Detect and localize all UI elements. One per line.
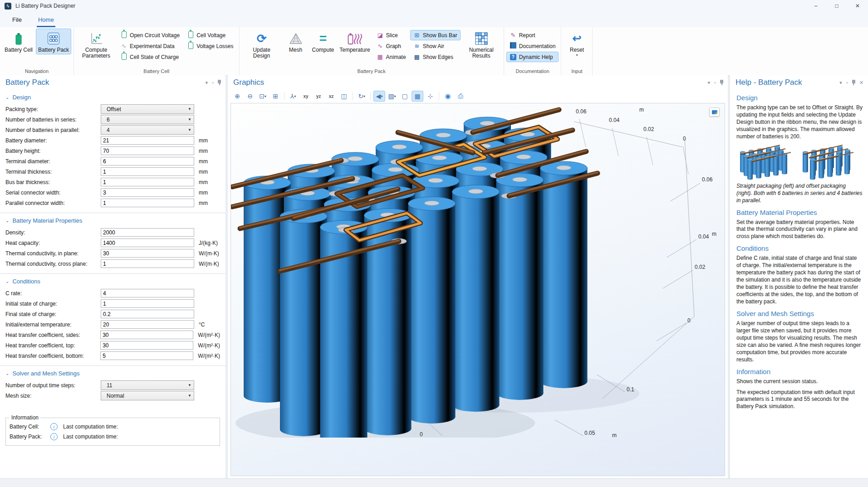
input-battery-diameter[interactable] bbox=[101, 136, 194, 145]
field-label: Initial/external temperature: bbox=[5, 321, 101, 328]
compute-parameters-button[interactable]: Compute Parameters bbox=[76, 29, 116, 60]
input-terminal-diameter[interactable] bbox=[101, 157, 194, 166]
zoom-out-button[interactable]: ⊖ bbox=[244, 91, 256, 102]
input-parallel-connector-width[interactable] bbox=[101, 199, 194, 207]
float-panel-icon[interactable]: ▫ bbox=[846, 80, 848, 85]
dropdown-number-of-batteries-in-parallel[interactable]: 4▼ bbox=[101, 125, 194, 135]
section-header-conditions[interactable]: ⌄Conditions bbox=[5, 278, 220, 285]
field-label: Mesh size: bbox=[5, 393, 101, 399]
dropdown-number-of-batteries-in-series[interactable]: 6▼ bbox=[101, 115, 194, 124]
battery-cell-button[interactable]: Battery Cell bbox=[2, 29, 35, 54]
tab-home[interactable]: Home bbox=[37, 16, 55, 27]
show-air-toggle[interactable]: ≋ Show Air bbox=[410, 41, 461, 51]
documentation-button[interactable]: Documentation bbox=[506, 41, 559, 51]
panel-menu-icon[interactable]: ▾ bbox=[708, 80, 711, 85]
input-thermal-conductivity-cross-plane[interactable] bbox=[101, 259, 194, 268]
report-button[interactable]: ✎ Report bbox=[506, 30, 559, 40]
section-title: Conditions bbox=[12, 278, 40, 285]
voltage-losses-button[interactable]: Voltage Losses bbox=[184, 41, 236, 51]
input-bus-bar-thickness[interactable] bbox=[101, 178, 194, 186]
mesh-button[interactable]: Mesh bbox=[283, 29, 309, 54]
setting-row: Mesh size:Normal▼ bbox=[5, 390, 220, 401]
pin-icon[interactable] bbox=[852, 80, 855, 83]
input-final-state-of-charge[interactable] bbox=[101, 310, 194, 318]
perspective-button[interactable]: ◫ bbox=[338, 91, 350, 102]
temperature-button[interactable]: Temperature bbox=[337, 29, 372, 54]
help-panel-title: Help - Battery Pack bbox=[736, 78, 839, 87]
input-initial-state-of-charge[interactable] bbox=[101, 299, 194, 308]
section-header-solver-and-mesh-settings[interactable]: ⌄Solver and Mesh Settings bbox=[5, 370, 220, 377]
input-serial-connector-width[interactable] bbox=[101, 188, 194, 197]
input-heat-transfer-coefficient-bottom[interactable] bbox=[100, 351, 193, 360]
svg-text:0.06: 0.06 bbox=[702, 176, 713, 183]
svg-text:0.1: 0.1 bbox=[627, 386, 634, 393]
numerical-results-button[interactable]: Numerical Results bbox=[461, 29, 501, 60]
view-xy-button[interactable]: xy bbox=[300, 91, 312, 102]
maximize-button[interactable]: □ bbox=[826, 0, 847, 12]
input-c-rate[interactable] bbox=[101, 289, 194, 297]
experimental-data-button[interactable]: ∿ Experimental Data bbox=[117, 41, 183, 51]
compute-button[interactable]: = Compute bbox=[310, 29, 337, 54]
print-button[interactable]: ⎙ bbox=[455, 91, 466, 102]
pin-icon[interactable] bbox=[218, 80, 221, 83]
slice-button[interactable]: ◪ Slice bbox=[373, 30, 409, 40]
input-terminal-thickness[interactable] bbox=[101, 167, 194, 176]
update-design-button[interactable]: ⟳ Update Design bbox=[242, 29, 282, 60]
reset-button[interactable]: ↩ Reset ▾ bbox=[564, 29, 590, 58]
cell-state-of-charge-button[interactable]: Cell State of Charge bbox=[117, 52, 183, 62]
image-snapshot-button[interactable]: ◉ bbox=[442, 91, 454, 102]
tab-file[interactable]: File bbox=[11, 16, 23, 27]
rotate-button[interactable]: ↻▾ bbox=[356, 91, 368, 102]
setting-row: Battery height:mm bbox=[5, 146, 220, 156]
battery-pack-button[interactable]: Battery Pack bbox=[36, 29, 71, 54]
input-heat-transfer-coefficient-sides[interactable] bbox=[100, 331, 193, 339]
dropdown-mesh-size[interactable]: Normal▼ bbox=[101, 391, 194, 400]
graphics-canvas[interactable]: 0.06 0.04 0.02 0 m 0.06 0.04 m 0.02 0 0.… bbox=[230, 103, 725, 476]
show-grid-button[interactable]: ▦ bbox=[412, 91, 423, 102]
show-bus-bar-toggle[interactable]: ⊞ Show Bus Bar bbox=[410, 30, 461, 40]
open-circuit-voltage-button[interactable]: Open Circuit Voltage bbox=[117, 30, 183, 40]
close-button[interactable]: ✕ bbox=[847, 0, 868, 12]
setting-row: Heat transfer coefficient, top:W/(m²·K) bbox=[5, 340, 220, 351]
unit-label: mm bbox=[199, 158, 208, 165]
battery-voltage-icon bbox=[187, 31, 194, 39]
input-heat-capacity[interactable] bbox=[101, 239, 194, 247]
dropdown-packing-type[interactable]: Offset▼ bbox=[101, 104, 194, 114]
scene-light-button[interactable]: ◀▾ bbox=[373, 91, 385, 102]
mesh-triangle-icon bbox=[289, 31, 303, 46]
panel-menu-icon[interactable]: ▾ bbox=[839, 80, 842, 85]
cell-voltage-button[interactable]: Cell Voltage bbox=[184, 30, 236, 40]
input-density[interactable] bbox=[101, 228, 194, 237]
zoom-extents-button[interactable]: ⊞ bbox=[270, 91, 281, 102]
section-header-design[interactable]: ⌄Design bbox=[5, 94, 220, 101]
input-heat-transfer-coefficient-top[interactable] bbox=[100, 341, 193, 350]
axis-orientation-button[interactable]: ⊹ bbox=[424, 91, 436, 102]
transparency-button[interactable]: ▧▾ bbox=[386, 91, 398, 102]
info-icon[interactable]: i bbox=[50, 433, 58, 440]
graph-button[interactable]: ∿ Graph bbox=[373, 41, 409, 51]
section-header-battery-material-properties[interactable]: ⌄Battery Material Properties bbox=[5, 217, 220, 224]
go-to-default-view-button[interactable]: ⅄▾ bbox=[287, 91, 299, 102]
input-thermal-conductivity-in-plane[interactable] bbox=[101, 249, 194, 258]
wireframe-box-button[interactable]: ▢ bbox=[399, 91, 411, 102]
float-panel-icon[interactable]: ▫ bbox=[714, 80, 716, 85]
float-panel-icon[interactable]: ▫ bbox=[212, 80, 214, 85]
view-xz-button[interactable]: xz bbox=[325, 91, 337, 102]
close-panel-icon[interactable]: ✕ bbox=[859, 80, 863, 85]
input-battery-height[interactable] bbox=[101, 146, 194, 155]
image-overlay-button[interactable] bbox=[709, 107, 720, 117]
pin-icon[interactable] bbox=[720, 80, 723, 83]
panel-menu-icon[interactable]: ▾ bbox=[206, 80, 208, 85]
info-icon[interactable]: i bbox=[50, 423, 58, 430]
zoom-box-button[interactable]: ⊡▾ bbox=[257, 91, 269, 102]
animate-button[interactable]: ▦ Animate bbox=[373, 52, 409, 62]
zoom-in-button[interactable]: ⊕ bbox=[231, 91, 243, 102]
dropdown-number-of-output-time-steps[interactable]: 11▼ bbox=[101, 380, 194, 390]
view-yz-button[interactable]: yz bbox=[313, 91, 324, 102]
dynamic-help-toggle[interactable]: ? Dynamic Help bbox=[506, 52, 559, 62]
setting-row: Number of batteries in parallel:4▼ bbox=[5, 125, 220, 135]
show-edges-toggle[interactable]: ▩ Show Edges bbox=[410, 52, 461, 62]
input-initial-external-temperature[interactable] bbox=[101, 320, 194, 329]
minimize-button[interactable]: – bbox=[805, 0, 826, 12]
edges-icon: ▩ bbox=[413, 54, 421, 60]
